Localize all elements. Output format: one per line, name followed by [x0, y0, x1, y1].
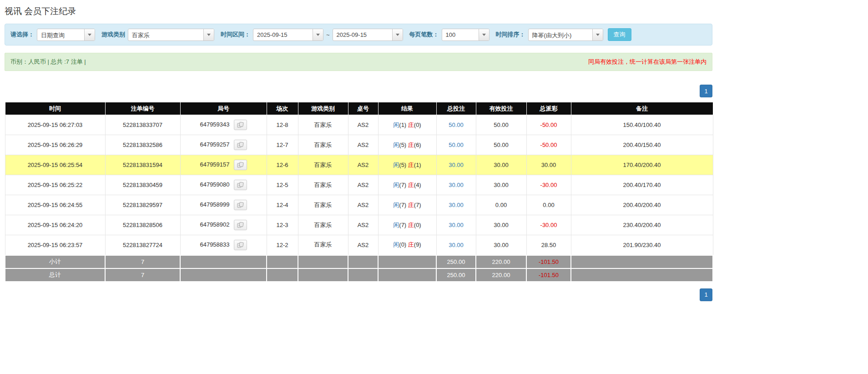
cell-bet-id: 522813828506 [105, 215, 180, 235]
summary-note-text: 同局有效投注，统一计算在该局第一张注单内 [588, 58, 707, 66]
cell-payout: -50.00 [526, 135, 571, 155]
total-bet-link[interactable]: 30.00 [449, 242, 464, 248]
round-id: 647959257 [200, 141, 229, 148]
footer-total-bet: 250.00 [436, 255, 476, 268]
cell-result: 闲(7) 庄(4) [378, 175, 436, 195]
page-size-label: 每页笔数： [409, 30, 439, 39]
cell-table-no: AS2 [348, 235, 378, 255]
round-id: 647959080 [200, 181, 229, 188]
bet-records-table: 时间注单编号局号场次游戏类别桌号结果总投注有效投注总派彩备注 2025-09-1… [5, 102, 713, 282]
round-detail-button[interactable] [234, 240, 247, 250]
cell-valid-bet: 30.00 [476, 175, 526, 195]
footer-empty [348, 268, 378, 282]
cell-session: 12-6 [267, 155, 298, 175]
footer-empty [267, 268, 298, 282]
result-player-label: 闲 [393, 121, 399, 128]
chevron-down-icon[interactable] [203, 29, 214, 40]
cell-game-type: 百家乐 [298, 135, 348, 155]
page-size-select[interactable]: 100 [442, 29, 490, 41]
result-banker-label: 庄 [408, 182, 414, 188]
round-detail-button[interactable] [234, 120, 247, 130]
footer-count: 7 [105, 268, 180, 282]
cell-session: 12-7 [267, 135, 298, 155]
cell-session: 12-2 [267, 235, 298, 255]
column-header-5: 桌号 [348, 102, 378, 115]
query-type-label: 请选择： [10, 30, 34, 39]
chevron-down-icon[interactable] [392, 29, 403, 40]
page-container: 视讯 会员下注纪录 请选择： 日期查询 游戏类别 百家乐 时间区间： 2025-… [5, 5, 712, 301]
round-detail-button[interactable] [234, 220, 247, 230]
page-button-1[interactable]: 1 [700, 288, 712, 301]
round-detail-button[interactable] [234, 180, 247, 190]
round-id: 647959157 [200, 161, 229, 168]
result-player-value: (7) [399, 182, 406, 188]
date-to-select[interactable]: 2025-09-15 [333, 29, 403, 41]
round-id: 647958902 [200, 221, 229, 228]
page-button-1[interactable]: 1 [700, 85, 712, 97]
cell-time: 2025-09-15 06:23:57 [5, 235, 105, 255]
cell-payout: -30.00 [526, 215, 571, 235]
time-sort-select[interactable]: 降幂(由大到小) [528, 29, 603, 41]
date-from-select[interactable]: 2025-09-15 [253, 29, 323, 41]
round-detail-button[interactable] [234, 200, 247, 210]
cell-result: 闲(1) 庄(0) [378, 115, 436, 135]
column-header-2: 局号 [180, 102, 267, 115]
table-row: 2025-09-15 06:25:22522813830459647959080… [5, 175, 713, 195]
cell-payout: 28.50 [526, 235, 571, 255]
chevron-down-icon[interactable] [313, 29, 323, 40]
cell-total-bet: 30.00 [436, 155, 476, 175]
cell-game-type: 百家乐 [298, 175, 348, 195]
query-type-select[interactable]: 日期查询 [37, 29, 95, 41]
total-bet-link[interactable]: 30.00 [449, 222, 464, 228]
total-bet-link[interactable]: 30.00 [449, 202, 464, 208]
game-type-select[interactable]: 百家乐 [128, 29, 214, 41]
cell-note: 200.40/200.40 [571, 195, 713, 215]
column-header-7: 总投注 [436, 102, 476, 115]
footer-empty [378, 268, 436, 282]
result-player-value: (0) [399, 241, 406, 248]
cell-valid-bet: 50.00 [476, 115, 526, 135]
cell-total-bet: 50.00 [436, 135, 476, 155]
date-range-label: 时间区间： [221, 30, 250, 39]
result-banker-value: (0) [414, 121, 421, 128]
table-row: 2025-09-15 06:25:54522813831594647959157… [5, 155, 713, 175]
cell-payout: 30.00 [526, 155, 571, 175]
result-player-value: (5) [399, 142, 406, 148]
date-from-value: 2025-09-15 [253, 29, 313, 40]
cell-time: 2025-09-15 06:24:20 [5, 215, 105, 235]
cell-round: 647958999 [180, 195, 267, 215]
total-bet-link[interactable]: 30.00 [449, 162, 464, 168]
table-row: 2025-09-15 06:27:03522813833707647959343… [5, 115, 713, 135]
search-button[interactable]: 查询 [608, 28, 631, 41]
time-sort-label: 时间排序： [496, 30, 525, 39]
total-bet-link[interactable]: 50.00 [449, 142, 464, 148]
chevron-down-icon[interactable] [84, 29, 95, 40]
result-banker-label: 庄 [408, 162, 414, 168]
cell-round: 647959157 [180, 155, 267, 175]
cards-icon [237, 162, 244, 168]
cell-valid-bet: 30.00 [476, 215, 526, 235]
cell-round: 647959257 [180, 135, 267, 155]
chevron-down-icon[interactable] [479, 29, 489, 40]
total-bet-link[interactable]: 50.00 [449, 121, 464, 128]
footer-total-bet: 250.00 [436, 268, 476, 282]
round-detail-button[interactable] [234, 160, 247, 170]
cell-table-no: AS2 [348, 175, 378, 195]
round-detail-button[interactable] [234, 140, 247, 150]
footer-empty [267, 255, 298, 268]
game-type-value: 百家乐 [128, 29, 203, 40]
cell-result: 闲(0) 庄(9) [378, 235, 436, 255]
total-bet-link[interactable]: 30.00 [449, 182, 464, 188]
cell-note: 201.90/230.40 [571, 235, 713, 255]
cell-bet-id: 522813830459 [105, 175, 180, 195]
footer-label: 小计 [5, 255, 105, 268]
cell-note: 170.40/200.40 [571, 155, 713, 175]
subtotal-row: 小计7250.00220.00-101.50 [5, 255, 713, 268]
cell-time: 2025-09-15 06:26:29 [5, 135, 105, 155]
chevron-down-icon[interactable] [592, 29, 603, 40]
cell-note: 200.40/170.40 [571, 175, 713, 195]
cell-payout: 0.00 [526, 195, 571, 215]
footer-valid-bet: 220.00 [476, 255, 526, 268]
column-header-10: 备注 [571, 102, 713, 115]
cell-bet-id: 522813832586 [105, 135, 180, 155]
